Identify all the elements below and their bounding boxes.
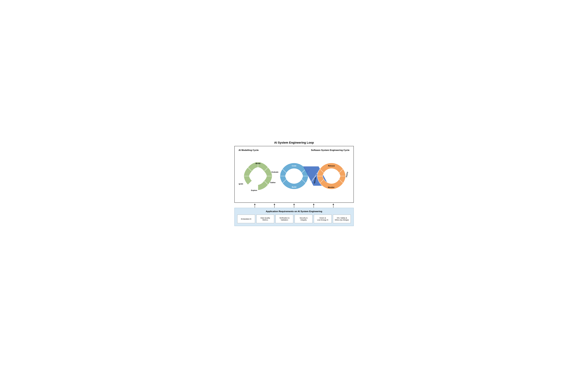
req-item-verification: Verification & Vaildation bbox=[276, 215, 293, 223]
req-title: Application Requirements on AI System En… bbox=[237, 210, 351, 213]
cycles-title-row: AI Modelling Cycle Software System Engin… bbox=[239, 149, 350, 151]
arrow-4 bbox=[313, 203, 314, 208]
req-item-green-ai: Green & Low Energy AI bbox=[314, 215, 332, 223]
svg-text:Deploy: Deploy bbox=[345, 172, 348, 177]
svg-text:Code: Code bbox=[292, 165, 296, 167]
req-item-embedded-ai: Embedded AI bbox=[237, 215, 255, 223]
diagram-svg: Model Evaluate Gather Explore Integrate … bbox=[239, 153, 350, 198]
svg-text:Monitor: Monitor bbox=[328, 186, 335, 188]
svg-text:Gather: Gather bbox=[270, 182, 276, 184]
arrow-1 bbox=[254, 203, 256, 208]
main-title: AI System Engineering Loop bbox=[274, 141, 314, 144]
bottom-requirements-box: Application Requirements on AI System En… bbox=[234, 208, 354, 226]
req-item-data-quality: Data Quality Metrics bbox=[256, 215, 274, 223]
arrow-5 bbox=[333, 203, 334, 208]
arrows-row bbox=[234, 203, 354, 208]
arrow-3 bbox=[293, 203, 295, 208]
svg-text:Explore: Explore bbox=[251, 190, 257, 191]
svg-text:Release: Release bbox=[328, 165, 335, 167]
software-cycle-label: Software System Engineering Cycle bbox=[311, 149, 349, 151]
svg-text:Build: Build bbox=[292, 186, 296, 188]
svg-text:Model: Model bbox=[255, 163, 260, 164]
req-item-xai: XAI, Safety & Ethics (by Design) bbox=[333, 215, 351, 223]
svg-text:Evaluate: Evaluate bbox=[271, 171, 278, 173]
outer-container: AI System Engineering Loop AI Modelling … bbox=[234, 141, 354, 226]
arrow-2 bbox=[274, 203, 275, 208]
top-box: AI Modelling Cycle Software System Engin… bbox=[234, 146, 354, 203]
svg-text:Integrate: Integrate bbox=[239, 183, 243, 185]
ai-modelling-label: AI Modelling Cycle bbox=[239, 149, 259, 151]
req-item-security: Security & Integrity bbox=[294, 215, 312, 223]
req-items-container: Embedded AI Data Quality Metrics Verific… bbox=[237, 215, 351, 223]
